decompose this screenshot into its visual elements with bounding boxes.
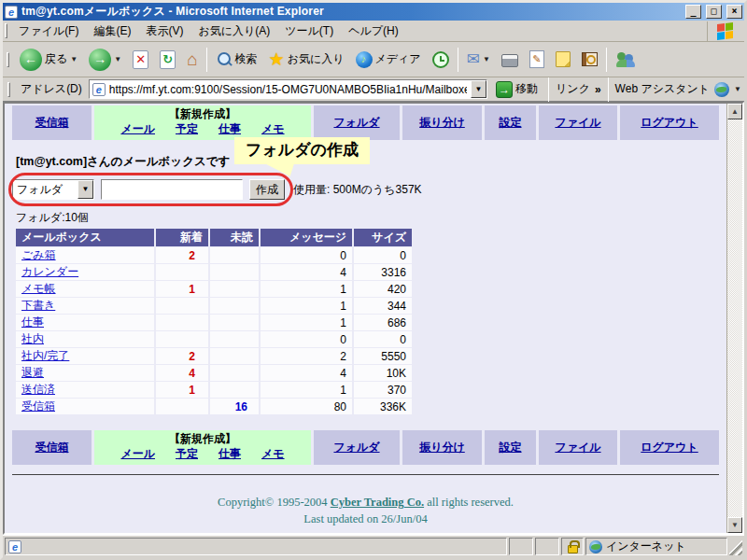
menu-edit[interactable]: 編集(E) [86,21,138,42]
size-value: 5550 [354,348,412,364]
refresh-button[interactable]: ↻ [155,48,180,72]
mailbox-table: メールボックス 新着 未読 メッセージ サイズ ごみ箱 2 0 0 カレンダー … [14,228,414,415]
web-assistant-globe-icon[interactable] [714,82,729,97]
address-dropdown-icon[interactable]: ▼ [471,80,486,98]
nav-new-memo-link[interactable]: メモ [261,446,285,462]
mailbox-link[interactable]: 退避 [21,366,44,379]
address-grip[interactable] [7,82,10,97]
copyright-prefix: Copyright© 1995-2004 [218,496,331,509]
menu-favorites[interactable]: お気に入り(A) [190,21,277,42]
forward-dropdown-icon[interactable]: ▼ [114,55,121,63]
table-row: 受信箱 16 80 336K [16,399,412,414]
folder-create-callout: フォルダの作成 [234,137,370,164]
unread-count [210,315,259,330]
message-count: 2 [261,348,352,364]
edit-button[interactable]: ✎ [525,48,549,71]
edit-icon: ✎ [529,50,544,68]
menu-help[interactable]: ヘルプ(H) [341,21,406,42]
company-link[interactable]: Cyber Trading Co. [331,496,424,509]
resize-grip[interactable] [729,538,742,555]
stop-button[interactable]: ✕ [128,48,153,72]
nav-inbox-link[interactable]: 受信箱 [35,440,69,455]
menu-tools[interactable]: ツール(T) [277,21,341,42]
menu-file[interactable]: ファイル(F) [11,21,86,42]
zone-label: インターネット [606,539,686,554]
mailbox-link[interactable]: カレンダー [21,265,78,278]
scroll-down-icon[interactable]: ▼ [727,517,742,533]
nav-folder-link[interactable]: フォルダ [333,440,379,455]
home-button[interactable]: ⌂ [182,48,202,72]
nav-new-schedule-link[interactable]: 予定 [176,121,198,137]
nav-new-task-link[interactable]: 仕事 [218,121,241,137]
address-input[interactable] [109,81,467,97]
mail-dropdown-icon[interactable]: ▼ [483,55,490,63]
mail-button[interactable]: ✉ ▼ [462,49,495,71]
last-updated: Last updated on 26/Jun/04 [5,512,726,526]
mailbox-link[interactable]: 仕事 [21,315,44,329]
nav-filter-link[interactable]: 振り分け [419,440,465,455]
new-count: 2 [156,247,208,263]
windows-flag-icon [717,22,733,40]
table-row: 仕事 1 686 [16,315,412,330]
copyright-line: Copyright© 1995-2004 Cyber Trading Co. a… [5,496,726,510]
scroll-up-icon[interactable]: ▲ [727,104,742,119]
minimize-button[interactable]: _ [685,5,701,19]
table-row: メモ帳 1 1 420 [16,281,412,297]
links-label[interactable]: リンク [556,81,590,97]
back-dropdown-icon[interactable]: ▼ [70,55,78,63]
item-type-select[interactable]: フォルダ ▼ [12,179,94,200]
nav-logout-link[interactable]: ログアウト [641,115,698,131]
copyright-suffix: all rights reserved. [424,496,514,509]
vertical-scrollbar[interactable]: ▲ ▼ [726,104,742,533]
nav-new-memo-link[interactable]: メモ [261,121,285,137]
mailbox-link[interactable]: 送信済 [21,383,55,396]
mailbox-link[interactable]: 下書き [21,299,55,312]
folder-name-input[interactable] [101,179,243,200]
nav-files-link[interactable]: ファイル [555,440,600,455]
nav-settings-link[interactable]: 設定 [500,115,522,131]
select-dropdown-icon[interactable]: ▼ [78,180,93,199]
menu-view[interactable]: 表示(V) [138,21,190,42]
web-assistant-dropdown-icon[interactable]: ▼ [734,85,741,93]
mailbox-link[interactable]: ごみ箱 [21,248,56,261]
web-assistant-label[interactable]: Web アシスタント [615,81,710,97]
message-count: 1 [261,298,352,314]
notes-button[interactable] [551,49,575,70]
size-value: 0 [354,247,412,263]
nav-logout-link[interactable]: ログアウト [641,440,698,455]
toolbar-grip[interactable] [7,52,9,67]
history-button[interactable] [428,49,454,71]
nav-new-mail-link[interactable]: メール [120,121,155,137]
close-button[interactable]: × [726,5,742,19]
mailbox-link[interactable]: 受信箱 [21,399,55,413]
favorites-button[interactable]: ★ お気に入り [264,48,349,71]
research-button[interactable] [577,49,602,69]
print-button[interactable] [497,49,523,70]
table-row: ごみ箱 2 0 0 [16,247,412,263]
address-input-wrap: e ▼ [89,79,487,99]
nav-folder-link[interactable]: フォルダ [333,115,379,131]
mailbox-link[interactable]: 社内/完了 [21,349,69,362]
nav-inbox-link[interactable]: 受信箱 [35,115,69,131]
create-button[interactable]: 作成 [249,179,285,200]
menu-grip[interactable] [5,23,7,38]
links-chevron-icon[interactable]: » [595,83,601,96]
folder-count: フォルダ:10個 [16,210,726,226]
nav-new-mail-link[interactable]: メール [120,446,155,462]
mailbox-link[interactable]: メモ帳 [21,282,56,295]
mailbox-link[interactable]: 社内 [21,332,44,345]
go-button[interactable]: → 移動 [492,80,542,99]
browser-window: e tm@yt.comメールボックス - Microsoft Internet … [0,0,747,560]
nav-filter-link[interactable]: 振り分け [419,115,465,131]
nav-new-task-link[interactable]: 仕事 [218,446,241,462]
search-button[interactable]: 検索 [211,49,262,71]
back-button[interactable]: ← 戻る ▼ [15,46,82,74]
nav-new-schedule-link[interactable]: 予定 [176,446,198,462]
status-lock-panel [561,538,584,555]
messenger-button[interactable] [611,49,641,71]
forward-button[interactable]: → ▼ [84,46,126,74]
nav-files-link[interactable]: ファイル [555,115,600,131]
media-button[interactable]: ♪ メディア [351,49,426,71]
nav-settings-link[interactable]: 設定 [500,440,522,455]
maximize-button[interactable]: □ [706,5,722,19]
